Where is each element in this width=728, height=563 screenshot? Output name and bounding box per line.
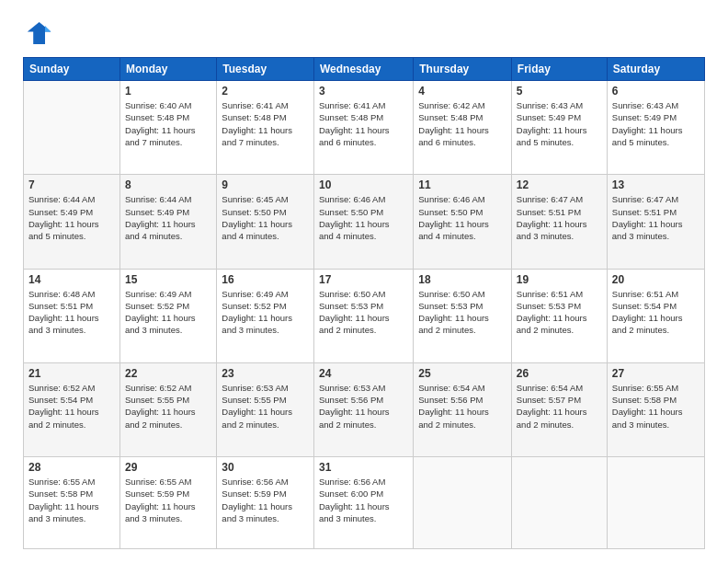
column-header-tuesday: Tuesday	[217, 58, 314, 81]
calendar-cell: 3Sunrise: 6:41 AM Sunset: 5:48 PM Daylig…	[314, 81, 414, 175]
calendar-cell: 26Sunrise: 6:54 AM Sunset: 5:57 PM Dayli…	[511, 362, 607, 456]
calendar-week-row: 28Sunrise: 6:55 AM Sunset: 5:58 PM Dayli…	[24, 457, 705, 549]
day-info: Sunrise: 6:43 AM Sunset: 5:49 PM Dayligh…	[612, 99, 700, 148]
calendar-cell: 17Sunrise: 6:50 AM Sunset: 5:53 PM Dayli…	[314, 269, 414, 362]
calendar-cell: 8Sunrise: 6:44 AM Sunset: 5:49 PM Daylig…	[120, 175, 217, 269]
day-number: 14	[28, 273, 115, 286]
day-info: Sunrise: 6:50 AM Sunset: 5:53 PM Dayligh…	[418, 288, 506, 337]
calendar-cell: 20Sunrise: 6:51 AM Sunset: 5:54 PM Dayli…	[607, 269, 704, 362]
calendar-cell	[607, 457, 704, 549]
calendar-cell: 5Sunrise: 6:43 AM Sunset: 5:49 PM Daylig…	[511, 81, 607, 175]
column-header-monday: Monday	[120, 58, 217, 81]
day-number: 26	[517, 367, 602, 380]
calendar-cell: 2Sunrise: 6:41 AM Sunset: 5:48 PM Daylig…	[217, 81, 314, 175]
day-info: Sunrise: 6:40 AM Sunset: 5:48 PM Dayligh…	[125, 99, 211, 148]
day-info: Sunrise: 6:47 AM Sunset: 5:51 PM Dayligh…	[517, 193, 602, 242]
day-number: 9	[222, 178, 309, 191]
column-header-thursday: Thursday	[414, 58, 512, 81]
day-info: Sunrise: 6:44 AM Sunset: 5:49 PM Dayligh…	[125, 193, 211, 242]
calendar-cell: 21Sunrise: 6:52 AM Sunset: 5:54 PM Dayli…	[24, 362, 120, 456]
day-info: Sunrise: 6:51 AM Sunset: 5:54 PM Dayligh…	[612, 288, 700, 337]
calendar-cell: 10Sunrise: 6:46 AM Sunset: 5:50 PM Dayli…	[314, 175, 414, 269]
svg-marker-1	[45, 26, 51, 31]
column-header-sunday: Sunday	[24, 58, 120, 81]
calendar-cell: 18Sunrise: 6:50 AM Sunset: 5:53 PM Dayli…	[414, 269, 512, 362]
day-info: Sunrise: 6:55 AM Sunset: 5:58 PM Dayligh…	[28, 476, 115, 524]
header	[23, 18, 705, 48]
day-number: 8	[125, 178, 211, 191]
calendar-cell: 27Sunrise: 6:55 AM Sunset: 5:58 PM Dayli…	[607, 362, 704, 456]
day-number: 25	[418, 367, 506, 380]
day-number: 13	[612, 178, 700, 191]
day-number: 22	[125, 367, 211, 380]
calendar-cell: 19Sunrise: 6:51 AM Sunset: 5:53 PM Dayli…	[511, 269, 607, 362]
day-info: Sunrise: 6:56 AM Sunset: 6:00 PM Dayligh…	[319, 476, 408, 524]
day-number: 17	[319, 273, 408, 286]
calendar-cell: 7Sunrise: 6:44 AM Sunset: 5:49 PM Daylig…	[24, 175, 120, 269]
logo	[23, 18, 56, 48]
calendar-week-row: 14Sunrise: 6:48 AM Sunset: 5:51 PM Dayli…	[24, 269, 705, 362]
day-info: Sunrise: 6:55 AM Sunset: 5:59 PM Dayligh…	[125, 476, 211, 524]
day-info: Sunrise: 6:46 AM Sunset: 5:50 PM Dayligh…	[418, 193, 506, 242]
day-number: 12	[517, 178, 602, 191]
day-info: Sunrise: 6:50 AM Sunset: 5:53 PM Dayligh…	[319, 288, 408, 337]
calendar-cell	[511, 457, 607, 549]
day-info: Sunrise: 6:41 AM Sunset: 5:48 PM Dayligh…	[319, 99, 408, 148]
calendar-cell: 22Sunrise: 6:52 AM Sunset: 5:55 PM Dayli…	[120, 362, 217, 456]
calendar-cell: 14Sunrise: 6:48 AM Sunset: 5:51 PM Dayli…	[24, 269, 120, 362]
day-number: 2	[222, 85, 309, 98]
calendar-week-row: 21Sunrise: 6:52 AM Sunset: 5:54 PM Dayli…	[24, 362, 705, 456]
calendar-cell: 15Sunrise: 6:49 AM Sunset: 5:52 PM Dayli…	[120, 269, 217, 362]
day-info: Sunrise: 6:51 AM Sunset: 5:53 PM Dayligh…	[517, 288, 602, 337]
calendar-cell	[414, 457, 512, 549]
day-number: 11	[418, 178, 506, 191]
day-number: 18	[418, 273, 506, 286]
day-info: Sunrise: 6:52 AM Sunset: 5:55 PM Dayligh…	[125, 382, 211, 431]
day-info: Sunrise: 6:53 AM Sunset: 5:55 PM Dayligh…	[222, 382, 309, 431]
day-number: 19	[517, 273, 602, 286]
day-number: 7	[28, 178, 115, 191]
calendar-cell	[24, 81, 120, 175]
day-number: 30	[222, 461, 309, 474]
column-header-wednesday: Wednesday	[314, 58, 414, 81]
calendar-cell: 4Sunrise: 6:42 AM Sunset: 5:48 PM Daylig…	[414, 81, 512, 175]
day-info: Sunrise: 6:45 AM Sunset: 5:50 PM Dayligh…	[222, 193, 309, 242]
day-info: Sunrise: 6:54 AM Sunset: 5:56 PM Dayligh…	[418, 382, 506, 431]
day-number: 6	[612, 85, 700, 98]
day-number: 16	[222, 273, 309, 286]
day-number: 29	[125, 461, 211, 474]
day-number: 27	[612, 367, 700, 380]
day-info: Sunrise: 6:41 AM Sunset: 5:48 PM Dayligh…	[222, 99, 309, 148]
calendar-table: SundayMondayTuesdayWednesdayThursdayFrid…	[23, 57, 705, 549]
calendar-cell: 6Sunrise: 6:43 AM Sunset: 5:49 PM Daylig…	[607, 81, 704, 175]
logo-icon	[23, 18, 52, 48]
day-number: 5	[517, 85, 602, 98]
day-number: 4	[418, 85, 506, 98]
day-info: Sunrise: 6:44 AM Sunset: 5:49 PM Dayligh…	[28, 193, 115, 242]
day-info: Sunrise: 6:54 AM Sunset: 5:57 PM Dayligh…	[517, 382, 602, 431]
day-number: 28	[28, 461, 115, 474]
column-header-saturday: Saturday	[607, 58, 704, 81]
calendar-week-row: 7Sunrise: 6:44 AM Sunset: 5:49 PM Daylig…	[24, 175, 705, 269]
day-number: 31	[319, 461, 408, 474]
calendar-cell: 25Sunrise: 6:54 AM Sunset: 5:56 PM Dayli…	[414, 362, 512, 456]
day-info: Sunrise: 6:43 AM Sunset: 5:49 PM Dayligh…	[517, 99, 602, 148]
day-number: 1	[125, 85, 211, 98]
day-info: Sunrise: 6:52 AM Sunset: 5:54 PM Dayligh…	[28, 382, 115, 431]
calendar-cell: 30Sunrise: 6:56 AM Sunset: 5:59 PM Dayli…	[217, 457, 314, 549]
day-info: Sunrise: 6:53 AM Sunset: 5:56 PM Dayligh…	[319, 382, 408, 431]
day-number: 24	[319, 367, 408, 380]
day-number: 15	[125, 273, 211, 286]
day-info: Sunrise: 6:47 AM Sunset: 5:51 PM Dayligh…	[612, 193, 700, 242]
page: SundayMondayTuesdayWednesdayThursdayFrid…	[0, 0, 728, 563]
day-number: 10	[319, 178, 408, 191]
calendar-header-row: SundayMondayTuesdayWednesdayThursdayFrid…	[24, 58, 705, 81]
calendar-cell: 1Sunrise: 6:40 AM Sunset: 5:48 PM Daylig…	[120, 81, 217, 175]
day-number: 3	[319, 85, 408, 98]
calendar-week-row: 1Sunrise: 6:40 AM Sunset: 5:48 PM Daylig…	[24, 81, 705, 175]
calendar-cell: 13Sunrise: 6:47 AM Sunset: 5:51 PM Dayli…	[607, 175, 704, 269]
day-info: Sunrise: 6:56 AM Sunset: 5:59 PM Dayligh…	[222, 476, 309, 524]
day-number: 21	[28, 367, 115, 380]
calendar-cell: 24Sunrise: 6:53 AM Sunset: 5:56 PM Dayli…	[314, 362, 414, 456]
day-info: Sunrise: 6:55 AM Sunset: 5:58 PM Dayligh…	[612, 382, 700, 431]
